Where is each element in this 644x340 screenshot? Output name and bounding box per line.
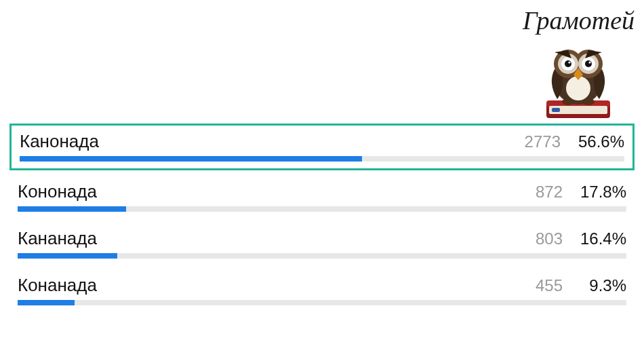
- brand-block: Грамотей: [523, 5, 635, 124]
- option-bar-fill: [18, 300, 75, 305]
- option-head: Канонада 2773 56.6%: [20, 131, 624, 152]
- option-label: Кананада: [18, 228, 97, 249]
- option-label: Конанада: [18, 275, 97, 296]
- option-label: Канонада: [20, 131, 99, 152]
- option-bar-fill: [18, 206, 126, 212]
- option-percent: 56.6%: [576, 132, 624, 151]
- brand-name: Грамотей: [523, 5, 635, 35]
- svg-point-14: [565, 60, 571, 67]
- option-bar-track: [18, 253, 626, 259]
- svg-point-15: [585, 60, 592, 67]
- poll-results: Канонада 2773 56.6% Кононада 872 17.8% К…: [9, 124, 635, 318]
- option-label: Кононада: [18, 181, 97, 202]
- svg-point-17: [589, 61, 591, 63]
- svg-point-16: [569, 61, 571, 63]
- option-bar-track: [20, 156, 624, 162]
- option-numbers: 2773 56.6%: [525, 132, 624, 151]
- svg-rect-3: [552, 108, 560, 112]
- option-numbers: 455 9.3%: [536, 276, 626, 295]
- option-row: Кананада 803 16.4%: [9, 224, 635, 264]
- option-count: 455: [536, 276, 563, 295]
- option-percent: 17.8%: [578, 183, 626, 202]
- option-head: Конанада 455 9.3%: [18, 275, 626, 296]
- option-row: Канонада 2773 56.6%: [9, 124, 635, 170]
- owl-on-book-icon: [523, 35, 635, 124]
- option-numbers: 872 17.8%: [536, 183, 626, 202]
- option-row: Кононада 872 17.8%: [9, 177, 635, 217]
- option-bar-fill: [20, 156, 362, 162]
- option-percent: 9.3%: [578, 276, 626, 295]
- option-bar-track: [18, 300, 626, 305]
- option-head: Кононада 872 17.8%: [18, 181, 626, 202]
- option-count: 2773: [525, 132, 561, 151]
- option-bar-track: [18, 206, 626, 212]
- option-row: Конанада 455 9.3%: [9, 271, 635, 311]
- option-bar-fill: [18, 253, 117, 259]
- option-numbers: 803 16.4%: [536, 229, 626, 248]
- option-count: 872: [536, 183, 563, 202]
- option-head: Кананада 803 16.4%: [18, 228, 626, 249]
- option-count: 803: [536, 229, 563, 248]
- option-percent: 16.4%: [578, 229, 626, 248]
